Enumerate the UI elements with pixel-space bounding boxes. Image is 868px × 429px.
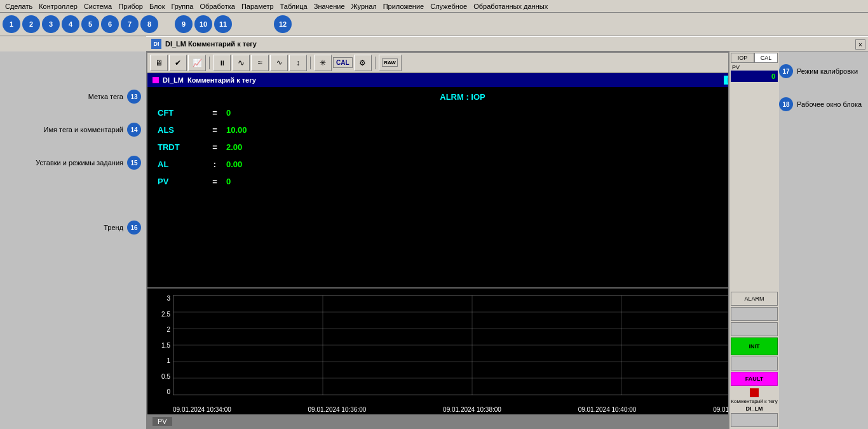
menu-controller[interactable]: Контроллер xyxy=(36,3,80,10)
tb-wave2-btn[interactable]: ≈ xyxy=(251,55,269,71)
rp-gray-bar-4 xyxy=(731,413,778,427)
num-btn-5[interactable]: 5 xyxy=(81,15,99,33)
num-btn-3[interactable]: 3 xyxy=(42,15,60,33)
right-labels-panel: 17 Режим калибровки 18 Рабочее окно блок… xyxy=(779,51,868,124)
left-label-row-15: Уставки и режимы задания 15 xyxy=(0,156,146,170)
x-label-0: 09.01.2024 10:34:00 xyxy=(173,406,231,413)
main-window: 🖥 ✔ 📈 ⏸ ∿ ≈ ∿ ↕ xyxy=(146,51,779,429)
btn-group-12: 12 xyxy=(274,15,292,33)
menu-sluzhebnoe[interactable]: Служебное xyxy=(428,3,470,10)
trend-y-labels: 3 2.5 2 1.5 1 0.5 0 xyxy=(147,295,172,395)
rp-gray-bar-1 xyxy=(731,307,778,321)
right-num-18: 18 xyxy=(779,97,793,111)
rp-tab-cal[interactable]: CAL xyxy=(754,53,778,63)
rp-alarm-button[interactable]: ALARM xyxy=(731,292,778,306)
tb-pause-btn[interactable]: ⏸ xyxy=(213,55,231,71)
param-name-als: ALS xyxy=(158,125,208,135)
sun-icon: ✳ xyxy=(320,58,326,67)
tb-wave1-btn[interactable]: ∿ xyxy=(232,55,250,71)
tb-separator-3 xyxy=(375,57,376,69)
param-val-als: 10.00 xyxy=(226,125,247,135)
x-label-3: 09.01.2024 10:40:00 xyxy=(578,406,637,413)
alrm-title: ALRM : IOP xyxy=(158,92,768,102)
num-btn-1[interactable]: 1 xyxy=(3,15,20,33)
num-btn-4[interactable]: 4 xyxy=(62,15,79,33)
y-label-1: 1 xyxy=(149,357,170,364)
y-label-3: 3 xyxy=(149,295,170,302)
btn-group-9-11: 9 10 11 xyxy=(175,15,232,33)
close-button[interactable]: × xyxy=(855,39,865,50)
win-toolbar: 🖥 ✔ 📈 ⏸ ∿ ≈ ∿ ↕ xyxy=(147,53,778,73)
tag-comment: Комментарий к тегу xyxy=(187,76,256,84)
tb-check-btn[interactable]: ✔ xyxy=(169,55,187,71)
param-row-pv: PV = 0 xyxy=(158,177,768,186)
param-name-cft: CFT xyxy=(158,108,208,118)
tb-gear-btn[interactable]: ⚙ xyxy=(354,55,372,71)
menu-zhurnal[interactable]: Журнал xyxy=(349,3,379,10)
menu-sistema[interactable]: Система xyxy=(81,3,114,10)
param-eq-pv: = xyxy=(208,177,221,186)
label-imya-tega: Имя тега и комментарий xyxy=(44,126,123,133)
param-row-cft: CFT = 0 xyxy=(158,108,768,118)
param-eq-al: : xyxy=(208,160,221,169)
rp-small-square xyxy=(750,388,759,397)
tb-monitor-btn[interactable]: 🖥 xyxy=(150,55,168,71)
num-btn-6[interactable]: 6 xyxy=(101,15,119,33)
rp-init-button[interactable]: INIT xyxy=(731,337,778,355)
right-num-17: 17 xyxy=(779,64,793,78)
num-btn-12[interactable]: 12 xyxy=(274,15,292,33)
rp-pv-label: PV xyxy=(731,64,740,71)
param-val-pv: 0 xyxy=(226,177,231,186)
menu-tablitsa[interactable]: Таблица xyxy=(278,3,310,10)
param-name-trdt: TRDT xyxy=(158,142,208,152)
tb-chart-btn[interactable]: 📈 xyxy=(188,55,206,71)
rp-fault-button[interactable]: FAULT xyxy=(731,372,778,386)
menu-sdelat[interactable]: Сделать xyxy=(3,3,35,10)
chart-icon: 📈 xyxy=(193,58,202,67)
tb-cal-btn[interactable]: CAL xyxy=(333,57,353,68)
left-label-row-16: Тренд 16 xyxy=(0,221,146,235)
label-rezhim-kalibrovki: Режим калибровки xyxy=(797,67,858,75)
trend-container: 3 2.5 2 1.5 1 0.5 0 xyxy=(147,287,778,414)
rp-comment-label: Комментарий к тегу xyxy=(731,398,777,404)
num-btn-7[interactable]: 7 xyxy=(121,15,139,33)
num-btn-11[interactable]: 11 xyxy=(214,15,232,33)
wave3-icon: ∿ xyxy=(276,58,282,67)
pause-icon: ⏸ xyxy=(219,59,226,67)
tb-separator-2 xyxy=(310,57,311,69)
tb-wave3-btn[interactable]: ∿ xyxy=(270,55,288,71)
trend-x-labels: 09.01.2024 10:34:00 09.01.2024 10:36:00 … xyxy=(173,406,771,413)
menu-znachenie[interactable]: Значение xyxy=(311,3,348,10)
num-btn-2[interactable]: 2 xyxy=(22,15,40,33)
param-eq-trdt: = xyxy=(208,142,221,152)
rp-tab-iop[interactable]: IOP xyxy=(731,53,754,63)
param-val-cft: 0 xyxy=(226,108,231,118)
rp-pv-value: 0 xyxy=(731,71,778,82)
menu-prilozhenie[interactable]: Приложение xyxy=(381,3,427,10)
y-label-1-5: 1.5 xyxy=(149,342,170,349)
tb-raw-btn[interactable]: RAW xyxy=(379,55,402,71)
monitor-icon: 🖥 xyxy=(155,58,163,67)
right-label-row-17: 17 Режим калибровки xyxy=(779,64,868,78)
main-area: Метка тега 13 Имя тега и комментарий 14 … xyxy=(0,51,868,429)
menu-gruppa[interactable]: Группа xyxy=(169,3,196,10)
status-pv-label: PV xyxy=(153,417,172,426)
content-area: ALRM : IOP CFT = 0 ALS = 10.00 TRDT = 2.… xyxy=(147,87,778,287)
x-label-2: 09.01.2024 10:38:00 xyxy=(443,406,501,413)
rp-gray-bar-3 xyxy=(731,357,778,371)
num-btn-10[interactable]: 10 xyxy=(194,15,212,33)
label-trend: Тренд xyxy=(104,224,123,231)
menu-obrabotka[interactable]: Обработка xyxy=(197,3,237,10)
tb-sun-btn[interactable]: ✳ xyxy=(314,55,332,71)
param-row-trdt: TRDT = 2.00 xyxy=(158,142,768,152)
menu-pribor[interactable]: Прибор xyxy=(116,3,146,10)
menu-parametr[interactable]: Параметр xyxy=(239,3,276,10)
num-btn-8[interactable]: 8 xyxy=(140,15,158,33)
rp-tab-row: IOP CAL xyxy=(731,53,778,63)
tag-name: DI_LM xyxy=(163,76,184,84)
menu-obrabotannyh[interactable]: Обработанных данных xyxy=(471,3,550,10)
menu-blok[interactable]: Блок xyxy=(147,3,168,10)
tb-arrow-btn[interactable]: ↕ xyxy=(289,55,307,71)
num-btn-9[interactable]: 9 xyxy=(175,15,193,33)
left-label-row-13: Метка тега 13 xyxy=(0,90,146,104)
